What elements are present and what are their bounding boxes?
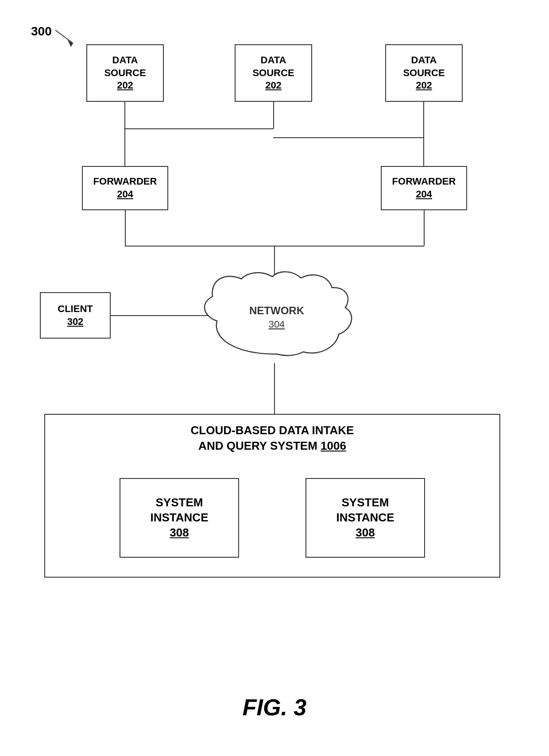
system-instance-1-ref: 308 bbox=[170, 525, 189, 540]
cloud-system-label: CLOUD-BASED DATA INTAKEAND QUERY SYSTEM … bbox=[44, 423, 500, 454]
line-net-to-cloud bbox=[274, 363, 275, 414]
data-source-3-label: DATASOURCE bbox=[403, 54, 445, 79]
system-instance-1-box: SYSTEMINSTANCE 308 bbox=[120, 478, 239, 558]
forwarder-1-label: FORWARDER bbox=[93, 175, 157, 188]
line-fwd1-down bbox=[125, 210, 126, 246]
svg-line-0 bbox=[55, 30, 73, 43]
system-instance-1-label: SYSTEMINSTANCE bbox=[151, 495, 209, 525]
data-source-2-ref: 202 bbox=[265, 79, 282, 92]
network-cloud: NETWORK 304 bbox=[190, 270, 363, 363]
data-source-2-label: DATASOURCE bbox=[252, 54, 294, 79]
data-source-1-label: DATASOURCE bbox=[104, 54, 146, 79]
svg-text:304: 304 bbox=[269, 319, 285, 330]
forwarder-1-box: FORWARDER 204 bbox=[82, 166, 168, 210]
diagram: 300 DATASOURCE 202 DATASOURCE 202 DATASO… bbox=[0, 0, 549, 756]
data-source-3-ref: 202 bbox=[416, 79, 432, 92]
figure-label: FIG. 3 bbox=[243, 694, 306, 721]
line-ds3-down bbox=[423, 102, 424, 137]
data-source-3-box: DATASOURCE 202 bbox=[385, 44, 463, 102]
client-box: CLIENT 302 bbox=[40, 292, 111, 339]
data-source-1-ref: 202 bbox=[117, 79, 133, 92]
system-instance-2-box: SYSTEMINSTANCE 308 bbox=[305, 478, 425, 558]
forwarder-2-box: FORWARDER 204 bbox=[381, 166, 467, 210]
forwarder-2-ref: 204 bbox=[416, 188, 432, 201]
forwarder-1-ref: 204 bbox=[117, 188, 133, 201]
line-fwd2-down bbox=[424, 210, 425, 246]
system-instance-2-ref: 308 bbox=[356, 525, 375, 540]
line-ds2-ds3-h bbox=[273, 137, 424, 138]
svg-text:NETWORK: NETWORK bbox=[249, 305, 305, 316]
system-instance-2-label: SYSTEMINSTANCE bbox=[336, 495, 394, 525]
line-ds3-fwd2 bbox=[423, 137, 424, 166]
data-source-1-box: DATASOURCE 202 bbox=[86, 44, 164, 102]
line-ds1-ds2-h bbox=[124, 128, 274, 129]
client-label: CLIENT bbox=[58, 303, 93, 316]
line-merged1-down bbox=[124, 128, 125, 166]
arrow-300-icon bbox=[42, 26, 77, 52]
forwarder-2-label: FORWARDER bbox=[392, 175, 456, 188]
line-ds2-down bbox=[273, 102, 274, 128]
data-source-2-box: DATASOURCE 202 bbox=[235, 44, 312, 102]
client-ref: 302 bbox=[67, 316, 84, 328]
